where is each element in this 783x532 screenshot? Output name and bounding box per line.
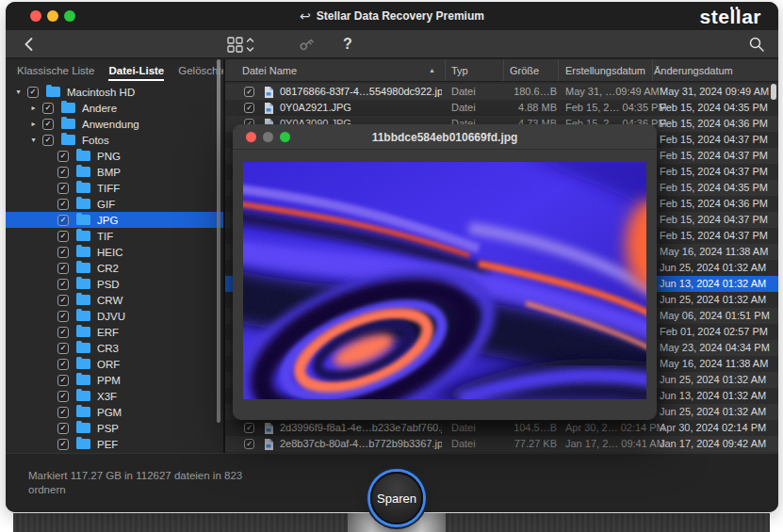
tree-checkbox[interactable]: ✓ — [57, 199, 69, 210]
folder-icon — [76, 359, 90, 369]
folder-icon — [76, 247, 90, 257]
column-header-erstellungsdatum[interactable]: Erstellungsdatum — [559, 59, 653, 81]
tree-checkbox[interactable]: ✓ — [57, 391, 69, 402]
tree-item[interactable]: ✓ PSD — [6, 276, 223, 292]
tree-checkbox[interactable]: ✓ — [57, 343, 69, 354]
tree-checkbox[interactable]: ✓ — [57, 359, 69, 370]
table-row[interactable]: ✓ 2d3996f9-f8a1-4e…b233e7abf760.jpg Date… — [225, 420, 778, 436]
tree-checkbox[interactable]: ✓ — [57, 295, 69, 306]
file-icon — [264, 103, 273, 114]
tree-checkbox[interactable]: ✓ — [57, 231, 69, 242]
tree-item[interactable]: ▸ ✓ Andere — [6, 100, 223, 116]
tree-item-label: PGM — [97, 407, 122, 418]
tree-checkbox[interactable]: ✓ — [27, 87, 39, 98]
tree-checkbox[interactable]: ✓ — [57, 215, 69, 226]
app-window: ↩ Stellar Data Recovery Premium stellar — [6, 2, 778, 512]
tree-checkbox[interactable]: ✓ — [57, 375, 69, 386]
tree-checkbox[interactable]: ✓ — [57, 311, 69, 322]
column-header-typ[interactable]: Typ — [446, 59, 504, 81]
column-header-groesse[interactable]: Größe — [504, 59, 559, 81]
search-icon — [748, 36, 765, 53]
tree-item[interactable]: ✓ CRW — [6, 292, 223, 308]
folder-icon — [46, 87, 60, 97]
tree-checkbox[interactable]: ✓ — [57, 151, 69, 162]
tree-item[interactable]: ▾ ✓ Fotos — [6, 132, 223, 148]
back-button[interactable] — [17, 30, 40, 58]
file-modified-date: May 31, 2024 09:49 AM — [660, 84, 773, 100]
row-checkbox[interactable]: ✓ — [244, 103, 254, 113]
tree-item[interactable]: ✓ TIFF — [6, 180, 223, 196]
file-type: Datei — [451, 420, 502, 436]
back-arrow-icon: ↩ — [300, 8, 311, 24]
view-options-button[interactable] — [225, 30, 257, 58]
disclosure-triangle-icon[interactable]: ▾ — [12, 88, 24, 96]
tree-item[interactable]: ✓ GIF — [6, 196, 223, 212]
tree-item[interactable]: ✓ PNG — [6, 148, 223, 164]
activation-key-button[interactable] — [294, 30, 318, 58]
help-button[interactable]: ? — [337, 30, 358, 58]
tree-item[interactable]: ✓ JPG — [6, 212, 223, 228]
file-modified-date: May 16, 2024 11:38 AM — [660, 356, 773, 372]
disclosure-triangle-icon[interactable]: ▾ — [27, 136, 40, 144]
window-title-text: Stellar Data Recovery Premium — [317, 9, 484, 23]
row-checkbox[interactable]: ✓ — [244, 423, 254, 433]
tab-datei-liste[interactable]: Datei-Liste — [108, 65, 164, 76]
column-header-aenderungsdatum[interactable]: Änderungsdatum — [653, 59, 778, 81]
tree-item[interactable]: ✓ TIF — [6, 228, 223, 244]
check-icon: ✓ — [59, 200, 66, 208]
tree-item[interactable]: ✓ HEIC — [6, 244, 223, 260]
folder-icon — [76, 391, 90, 401]
search-button[interactable] — [744, 30, 769, 58]
column-header-name[interactable]: Datei Name ▲ — [225, 59, 446, 81]
tree-item[interactable]: ✓ PEF — [6, 436, 223, 452]
file-list-scrollbar-thumb[interactable] — [771, 84, 776, 100]
table-row[interactable]: ✓ 2e8b37cb-80af-4…b772b9b3367.jpg Datei … — [225, 436, 778, 452]
save-button[interactable]: Sparen — [370, 472, 423, 524]
check-icon: ✓ — [59, 440, 66, 448]
check-icon: ✓ — [59, 344, 66, 352]
tree-checkbox[interactable]: ✓ — [57, 327, 69, 338]
selection-summary: Markiert 117.27 GB in 112627 dateien in … — [28, 469, 377, 497]
tree-checkbox[interactable]: ✓ — [57, 423, 69, 434]
tree-item[interactable]: ✓ PGM — [6, 404, 223, 420]
tree-checkbox[interactable]: ✓ — [57, 279, 69, 290]
tree-item[interactable]: ▾ ✓ Macintosh HD — [6, 84, 223, 100]
file-modified-date: May 06, 2024 01:51 PM — [660, 308, 773, 324]
table-row[interactable]: ✓ 0Y0A2921.JPG Datei 4.88 MB Feb 15, 2… … — [225, 100, 778, 116]
tree-item[interactable]: ✓ DJVU — [6, 308, 223, 324]
tree-checkbox[interactable]: ✓ — [57, 439, 69, 450]
tree-item[interactable]: ✓ BMP — [6, 164, 223, 180]
tree-item-label: JPG — [97, 215, 118, 226]
file-created-date: May 31, …09:49 AM — [565, 84, 656, 100]
row-checkbox[interactable]: ✓ — [244, 87, 254, 97]
table-row[interactable]: ✓ 08176866-83f7-4…554980dc922.jpg Datei … — [225, 84, 778, 100]
folder-icon — [61, 135, 75, 145]
tree-checkbox[interactable]: ✓ — [57, 407, 69, 418]
tree-item[interactable]: ✓ ERF — [6, 324, 223, 340]
tree-scrollbar-thumb[interactable] — [217, 59, 220, 423]
tree-checkbox[interactable]: ✓ — [57, 167, 69, 178]
check-icon: ✓ — [59, 248, 66, 256]
tree-checkbox[interactable]: ✓ — [57, 263, 69, 274]
tree-item[interactable]: ✓ CR3 — [6, 340, 223, 356]
tree-item[interactable]: ✓ PSP — [6, 420, 223, 436]
tree-item[interactable]: ✓ ORF — [6, 356, 223, 372]
file-modified-date: May 23, 2024 04:34 PM — [660, 340, 773, 356]
tree-checkbox[interactable]: ✓ — [42, 103, 54, 114]
row-checkbox[interactable]: ✓ — [244, 439, 254, 449]
disclosure-triangle-icon[interactable]: ▸ — [27, 120, 40, 128]
tree-checkbox[interactable]: ✓ — [42, 119, 54, 130]
tree-item[interactable]: ✓ PPM — [6, 372, 223, 388]
folder-icon — [61, 103, 75, 113]
check-icon: ✓ — [59, 312, 66, 320]
file-modified-date: Apr 30, 2024 02:14 PM — [660, 420, 773, 436]
tree-item[interactable]: ▸ ✓ Anwendung — [6, 116, 223, 132]
tree-item[interactable]: ✓ X3F — [6, 388, 223, 404]
tree-checkbox[interactable]: ✓ — [57, 183, 69, 194]
tree-checkbox[interactable]: ✓ — [57, 247, 69, 258]
check-icon: ✓ — [44, 120, 51, 128]
disclosure-triangle-icon[interactable]: ▸ — [27, 104, 40, 112]
tree-checkbox[interactable]: ✓ — [42, 135, 54, 146]
tab-klassische-liste[interactable]: Klassische Liste — [17, 65, 94, 76]
tree-item[interactable]: ✓ CR2 — [6, 260, 223, 276]
